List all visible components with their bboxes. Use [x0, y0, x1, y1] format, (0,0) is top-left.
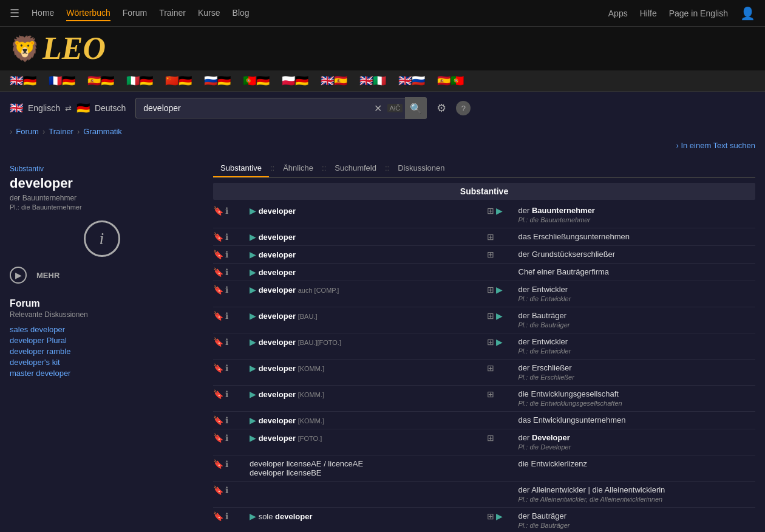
play-de-icon[interactable]: ▶	[496, 285, 503, 295]
breadcrumb-forum[interactable]: Forum	[16, 127, 39, 136]
bookmark-icon[interactable]: 🔖	[213, 433, 223, 443]
help-icon[interactable]: ?	[456, 101, 471, 115]
forum-link-3[interactable]: developer's kit	[10, 358, 194, 367]
in-text-link[interactable]: › In einem Text suchen	[676, 141, 755, 150]
forum-link-1[interactable]: developer Plural	[10, 336, 194, 345]
info-row-icon[interactable]: ℹ	[225, 363, 228, 373]
info-row-icon[interactable]: ℹ	[225, 232, 228, 242]
forum-link-2[interactable]: developer ramble	[10, 347, 194, 356]
play-en-icon[interactable]: ▶	[250, 232, 256, 242]
bookmark-icon[interactable]: 🔖	[213, 459, 223, 469]
mehr-button[interactable]: MEHR	[36, 271, 59, 280]
settings-icon[interactable]: ⚙	[437, 101, 446, 115]
info-row-icon[interactable]: ℹ	[225, 337, 228, 347]
play-en-icon[interactable]: ▶	[250, 206, 256, 216]
info-icon[interactable]: i	[84, 220, 120, 257]
flag-pl-de[interactable]: 🇵🇱🇩🇪	[282, 74, 308, 87]
play-en-icon[interactable]: ▶	[250, 415, 256, 425]
flag-fr-de[interactable]: 🇫🇷🇩🇪	[49, 74, 75, 87]
play-de-icon[interactable]: ▶	[496, 311, 503, 321]
play-en-icon[interactable]: ▶	[250, 511, 256, 521]
search-button[interactable]: 🔍	[405, 97, 427, 119]
bookmark-icon[interactable]: 🔖	[213, 485, 223, 495]
compare-icon[interactable]: ⊞	[487, 363, 494, 373]
search-input[interactable]	[135, 98, 427, 118]
nav-home[interactable]: Home	[32, 5, 54, 21]
breadcrumb-trainer[interactable]: Trainer	[49, 127, 73, 136]
tab-diskussionen[interactable]: Diskussionen	[390, 160, 452, 177]
flag-en-ru[interactable]: 🇬🇧🇷🇺	[398, 74, 425, 87]
play-en-icon[interactable]: ▶	[250, 250, 256, 259]
nav-apps[interactable]: Apps	[608, 9, 628, 18]
info-row-icon[interactable]: ℹ	[225, 250, 228, 259]
info-row-icon[interactable]: ℹ	[225, 459, 228, 469]
compare-icon[interactable]: ⊞	[487, 206, 494, 216]
info-row-icon[interactable]: ℹ	[225, 285, 228, 295]
bookmark-icon[interactable]: 🔖	[213, 285, 223, 295]
play-de-icon[interactable]: ▶	[496, 206, 503, 216]
compare-icon[interactable]: ⊞	[487, 511, 494, 521]
bookmark-icon[interactable]: 🔖	[213, 206, 223, 216]
bookmark-icon[interactable]: 🔖	[213, 267, 223, 277]
compare-icon[interactable]: ⊞	[487, 433, 494, 443]
bookmark-icon[interactable]: 🔖	[213, 415, 223, 425]
bookmark-icon[interactable]: 🔖	[213, 311, 223, 321]
flag-it-de[interactable]: 🇮🇹🇩🇪	[126, 74, 153, 87]
bookmark-icon[interactable]: 🔖	[213, 337, 223, 347]
play-en-icon[interactable]: ▶	[250, 285, 256, 295]
play-en-icon[interactable]: ▶	[250, 311, 256, 321]
nav-blog[interactable]: Blog	[233, 5, 250, 21]
play-en-icon[interactable]: ▶	[250, 433, 256, 443]
compare-icon[interactable]: ⊞	[487, 311, 494, 321]
compare-icon[interactable]: ⊞	[487, 337, 494, 347]
info-row-icon[interactable]: ℹ	[225, 433, 228, 443]
info-row-icon[interactable]: ℹ	[225, 485, 228, 495]
nav-page-in-english[interactable]: Page in English	[669, 9, 728, 18]
compare-icon[interactable]: ⊞	[487, 232, 494, 242]
nav-woerterbuch[interactable]: Wörterbuch	[66, 5, 110, 21]
bookmark-icon[interactable]: 🔖	[213, 250, 223, 259]
flag-es-pt[interactable]: 🇪🇸🇵🇹	[437, 74, 464, 87]
bookmark-icon[interactable]: 🔖	[213, 389, 223, 399]
bookmark-icon[interactable]: 🔖	[213, 363, 223, 373]
flag-pt-de[interactable]: 🇵🇹🇩🇪	[243, 74, 270, 87]
bookmark-icon[interactable]: 🔖	[213, 232, 223, 242]
flag-ru-de[interactable]: 🇷🇺🇩🇪	[204, 74, 231, 87]
info-row-icon[interactable]: ℹ	[225, 206, 228, 216]
tab-substantive[interactable]: Substantive	[213, 160, 269, 177]
nav-kurse[interactable]: Kurse	[198, 5, 220, 21]
hamburger-icon[interactable]: ☰	[10, 7, 19, 20]
tab-suchumfeld[interactable]: Suchumfeld	[327, 160, 384, 177]
search-clear-icon[interactable]: ✕	[374, 103, 382, 114]
breadcrumb-grammatik[interactable]: Grammatik	[83, 127, 122, 136]
play-de-icon[interactable]: ▶	[496, 511, 503, 521]
play-en-icon[interactable]: ▶	[250, 363, 256, 373]
flag-en-it[interactable]: 🇬🇧🇮🇹	[359, 74, 386, 87]
info-row-icon[interactable]: ℹ	[225, 511, 228, 521]
nav-hilfe[interactable]: Hilfe	[640, 9, 657, 18]
nav-trainer[interactable]: Trainer	[159, 5, 186, 21]
play-en-icon[interactable]: ▶	[250, 389, 256, 399]
play-en-icon[interactable]: ▶	[250, 337, 256, 347]
forum-link-0[interactable]: sales developer	[10, 325, 194, 334]
nav-forum[interactable]: Forum	[123, 5, 147, 21]
bookmark-icon[interactable]: 🔖	[213, 511, 223, 521]
info-row-icon[interactable]: ℹ	[225, 415, 228, 425]
flag-es-de[interactable]: 🇪🇸🇩🇪	[87, 74, 114, 87]
play-button[interactable]: ▶	[10, 267, 27, 284]
flag-en-de[interactable]: 🇬🇧🇩🇪	[10, 74, 36, 87]
flag-cn-de[interactable]: 🇨🇳🇩🇪	[165, 74, 192, 87]
forum-link-4[interactable]: master developer	[10, 369, 194, 378]
flag-en-es[interactable]: 🇬🇧🇪🇸	[321, 74, 347, 87]
compare-icon[interactable]: ⊞	[487, 250, 494, 259]
info-row-icon[interactable]: ℹ	[225, 311, 228, 321]
compare-icon[interactable]: ⊞	[487, 389, 494, 399]
lang-swap-icon[interactable]: ⇄	[65, 104, 72, 113]
user-icon[interactable]: 👤	[740, 6, 755, 21]
info-row-icon[interactable]: ℹ	[225, 267, 228, 277]
tab-aehnliche[interactable]: Ähnliche	[276, 160, 321, 177]
play-de-icon[interactable]: ▶	[496, 337, 503, 347]
compare-icon[interactable]: ⊞	[487, 285, 494, 295]
info-row-icon[interactable]: ℹ	[225, 389, 228, 399]
play-en-icon[interactable]: ▶	[250, 267, 256, 277]
